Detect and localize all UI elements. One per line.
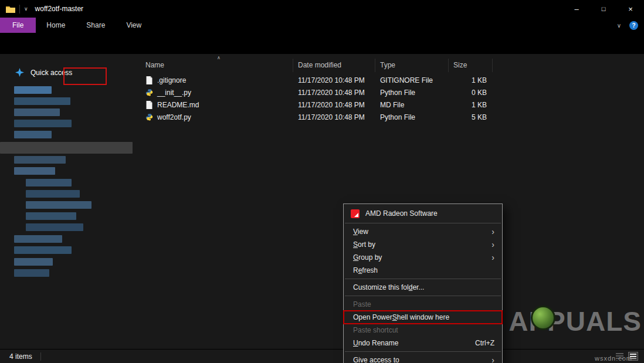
file-size: 1 KB bbox=[449, 101, 492, 109]
submenu-arrow-icon: › bbox=[492, 253, 494, 262]
file-name: woff2otf.py bbox=[157, 113, 191, 121]
close-button[interactable]: × bbox=[617, 0, 644, 18]
status-bar: 4 items bbox=[0, 349, 644, 363]
context-menu: AMD Radeon SoftwareView›Sort by›Group by… bbox=[343, 203, 503, 363]
submenu-arrow-icon: › bbox=[492, 228, 494, 236]
column-header-name[interactable]: Name ∧ bbox=[141, 59, 293, 72]
submenu-arrow-icon: › bbox=[492, 240, 494, 249]
file-name: .gitignore bbox=[157, 76, 186, 84]
menu-item-group-by[interactable]: Group by› bbox=[344, 251, 502, 264]
redacted-sidebar-item[interactable] bbox=[26, 212, 76, 220]
redacted-sidebar-item[interactable] bbox=[14, 156, 66, 164]
appuals-mascot-icon bbox=[531, 306, 555, 330]
window-controls: – □ × bbox=[563, 0, 644, 18]
help-icon[interactable]: ? bbox=[629, 21, 638, 30]
file-date-modified: 11/17/2020 10:48 PM bbox=[293, 113, 375, 121]
customize-toolbar-chevron-icon[interactable]: ∨ bbox=[24, 6, 28, 12]
sort-ascending-icon: ∧ bbox=[217, 55, 221, 60]
menu-item-customize-this-folder[interactable]: Customize this folder... bbox=[344, 281, 502, 294]
menu-item-label: Group by bbox=[353, 253, 492, 262]
submenu-arrow-icon: › bbox=[492, 356, 494, 363]
redacted-sidebar-item[interactable] bbox=[26, 179, 72, 186]
watermark: APPUALS bbox=[509, 306, 642, 337]
document-file-icon bbox=[145, 76, 153, 84]
file-type: Python File bbox=[375, 113, 449, 121]
column-label: Name bbox=[145, 61, 164, 69]
python-file-icon bbox=[145, 113, 153, 121]
expand-ribbon-chevron-icon[interactable]: ∨ bbox=[617, 22, 621, 29]
menu-item-label: Refresh bbox=[353, 266, 494, 274]
redacted-sidebar-item[interactable] bbox=[14, 258, 53, 266]
file-explorer-window: ∨ woff2otf-master – □ × File Home Share … bbox=[0, 0, 644, 363]
menu-separator bbox=[345, 296, 501, 296]
status-divider bbox=[40, 352, 41, 361]
menu-item-paste: Paste bbox=[344, 298, 502, 311]
file-date-modified: 11/17/2020 10:48 PM bbox=[293, 76, 375, 84]
minimize-button[interactable]: – bbox=[563, 0, 590, 18]
file-type: MD File bbox=[375, 101, 449, 109]
menu-item-amd-radeon-software[interactable]: AMD Radeon Software bbox=[344, 206, 502, 221]
title-bar: ∨ woff2otf-master – □ × bbox=[0, 0, 644, 18]
items-count: 4 items bbox=[9, 352, 32, 361]
column-header-type[interactable]: Type bbox=[375, 59, 449, 72]
menu-item-paste-shortcut: Paste shortcut bbox=[344, 324, 502, 337]
menu-item-refresh[interactable]: Refresh bbox=[344, 264, 502, 277]
menu-item-label: Give access to bbox=[353, 356, 492, 363]
redacted-sidebar-item[interactable] bbox=[14, 269, 49, 277]
menu-item-label: Sort by bbox=[353, 240, 492, 249]
file-row[interactable]: README.md11/17/2020 10:48 PMMD File1 KB bbox=[141, 99, 492, 111]
navigation-toolbar: ← → ∨ ↑ cmd ∨ → bbox=[0, 33, 644, 54]
menu-separator bbox=[345, 351, 501, 352]
menu-item-label: Customize this folder... bbox=[353, 283, 494, 291]
tab-share[interactable]: Share bbox=[76, 18, 116, 33]
redacted-sidebar-item[interactable] bbox=[14, 108, 60, 116]
menu-item-label: AMD Radeon Software bbox=[365, 209, 494, 218]
column-header-date-modified[interactable]: Date modified bbox=[293, 59, 375, 72]
file-row[interactable]: woff2otf.py11/17/2020 10:48 PMPython Fil… bbox=[141, 111, 492, 123]
ribbon-tab-bar: File Home Share View ∨ ? bbox=[0, 18, 644, 33]
redacted-sidebar-item[interactable] bbox=[14, 120, 72, 127]
navigation-pane: Quick access bbox=[0, 54, 135, 349]
menu-item-label: Open PowerShell window here bbox=[353, 313, 494, 321]
menu-separator bbox=[345, 279, 501, 279]
menu-item-view[interactable]: View› bbox=[344, 225, 502, 238]
amd-radeon-icon bbox=[351, 209, 360, 218]
redacted-sidebar-item[interactable] bbox=[14, 131, 52, 138]
quick-access-toolbar: ∨ bbox=[0, 5, 28, 13]
redacted-sidebar-item[interactable] bbox=[14, 167, 55, 175]
redacted-sidebar-item[interactable] bbox=[26, 190, 80, 198]
quick-access-label: Quick access bbox=[30, 69, 72, 77]
redacted-sidebar-item[interactable] bbox=[14, 86, 52, 94]
redacted-sidebar-item[interactable] bbox=[0, 142, 133, 154]
file-name: README.md bbox=[157, 101, 199, 109]
ribbon-right-controls: ∨ ? bbox=[617, 18, 644, 33]
menu-item-open-powershell-window-here[interactable]: Open PowerShell window here bbox=[344, 311, 502, 324]
redacted-sidebar-item[interactable] bbox=[14, 246, 72, 254]
column-header-size[interactable]: Size bbox=[449, 59, 493, 72]
file-row[interactable]: .gitignore11/17/2020 10:48 PMGITIGNORE F… bbox=[141, 74, 492, 86]
redacted-sidebar-item[interactable] bbox=[14, 97, 70, 105]
tab-home[interactable]: Home bbox=[36, 18, 76, 33]
tab-file[interactable]: File bbox=[0, 18, 36, 33]
redacted-sidebar-item[interactable] bbox=[26, 201, 91, 209]
sidebar-item-quick-access[interactable]: Quick access bbox=[15, 68, 72, 77]
redacted-sidebar-item[interactable] bbox=[14, 235, 62, 243]
menu-item-sort-by[interactable]: Sort by› bbox=[344, 238, 502, 251]
explorer-folder-icon bbox=[6, 5, 15, 13]
menu-item-give-access-to[interactable]: Give access to› bbox=[344, 354, 502, 363]
menu-item-label: View bbox=[353, 228, 492, 236]
menu-item-label: Paste shortcut bbox=[353, 326, 494, 334]
menu-item-undo-rename[interactable]: Undo RenameCtrl+Z bbox=[344, 337, 502, 350]
file-type: Python File bbox=[375, 89, 449, 97]
python-file-icon bbox=[145, 89, 153, 97]
file-name: __init__.py bbox=[157, 89, 191, 97]
file-size: 5 KB bbox=[449, 113, 492, 121]
file-date-modified: 11/17/2020 10:48 PM bbox=[293, 89, 375, 97]
window-title: woff2otf-master bbox=[35, 5, 83, 13]
redacted-sidebar-item[interactable] bbox=[26, 223, 83, 231]
main-area: Quick access Name ∧ Date modified Type S… bbox=[0, 54, 644, 349]
quick-access-star-icon bbox=[15, 68, 24, 77]
tab-view[interactable]: View bbox=[116, 18, 152, 33]
maximize-button[interactable]: □ bbox=[590, 0, 617, 18]
file-row[interactable]: __init__.py11/17/2020 10:48 PMPython Fil… bbox=[141, 86, 492, 99]
